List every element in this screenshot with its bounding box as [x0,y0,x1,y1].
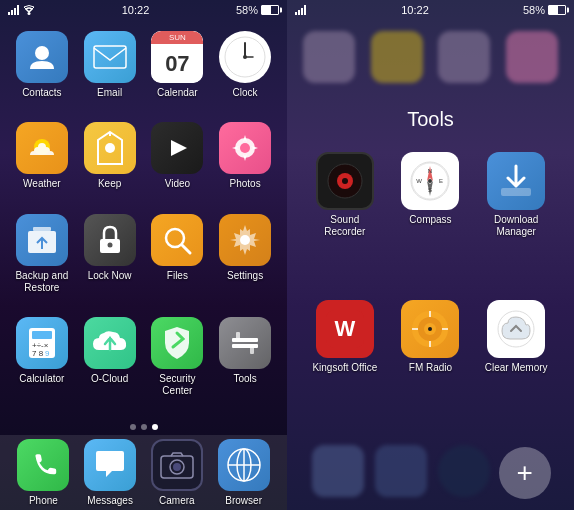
contacts-icon-img [16,31,68,83]
blurred-app-3 [431,25,499,93]
svg-rect-31 [232,338,258,342]
fm-radio-label: FM Radio [409,362,452,374]
dock-blurred-3 [436,439,492,507]
security-icon-img [151,317,203,369]
svg-point-53 [428,179,432,183]
dock-browser[interactable]: Browser [216,433,272,511]
messages-icon [84,439,136,491]
app-settings[interactable]: Settings [211,208,279,311]
svg-text:W: W [417,178,423,184]
blurred-app-2 [363,25,431,93]
left-home-screen: 10:22 58% Contacts Email SUN [0,0,287,510]
svg-rect-1 [11,10,13,15]
compass-icon-img: N S W E [401,152,459,210]
dock-phone[interactable]: Phone [15,433,71,511]
app-clear-memory[interactable]: Clear Memory [473,294,559,430]
svg-rect-34 [250,344,254,354]
dock-messages[interactable]: Messages [82,433,138,511]
app-clock[interactable]: Clock [211,25,279,116]
download-manager-label: Download Manager [494,214,538,238]
signal-icon [8,5,20,15]
svg-rect-42 [295,12,297,15]
plus-icon: + [516,457,532,489]
svg-rect-43 [298,10,300,15]
status-bar-right: 10:22 58% [287,0,574,20]
dot-1[interactable] [130,424,136,430]
dot-2[interactable] [141,424,147,430]
battery-icon-left [261,5,279,15]
time-left: 10:22 [122,4,150,16]
download-manager-icon [487,152,545,210]
svg-text:N: N [428,168,432,174]
locknow-label: Lock Now [88,270,132,282]
svg-point-64 [428,327,432,331]
email-label: Email [97,87,122,99]
photos-icon-img [219,122,271,174]
svg-point-12 [105,143,115,153]
svg-point-48 [342,178,348,184]
svg-rect-58 [501,188,531,196]
clock-icon-img [219,31,271,83]
app-email[interactable]: Email [76,25,144,116]
right-folder-screen: 10:22 58% Tools [287,0,574,510]
blurred-top-row [287,20,574,93]
calculator-icon-img: +÷-×7 89 [16,317,68,369]
ocloud-label: O-Cloud [91,373,128,385]
svg-rect-32 [232,344,258,348]
keep-icon-img [84,122,136,174]
svg-point-16 [240,143,250,153]
svg-rect-45 [304,5,306,15]
app-photos[interactable]: Photos [211,116,279,207]
weather-icon-img [16,122,68,174]
right-dock: + [287,435,574,510]
svg-rect-6 [94,46,126,68]
security-label: Security Center [159,373,195,397]
compass-label: Compass [409,214,451,226]
fm-radio-icon [401,300,459,358]
app-calculator[interactable]: +÷-×7 89 Calculator [8,311,76,414]
app-keep[interactable]: Keep [76,116,144,207]
dock-camera[interactable]: Camera [149,433,205,511]
svg-rect-44 [301,8,303,15]
phone-label: Phone [29,495,58,507]
svg-line-23 [182,245,190,253]
app-security[interactable]: Security Center [144,311,212,414]
app-calendar[interactable]: SUN 07 Calendar [144,25,212,116]
battery-icon-right [548,5,566,15]
app-contacts[interactable]: Contacts [8,25,76,116]
app-compass[interactable]: N S W E Compass [388,146,474,294]
video-icon-img [151,122,203,174]
phone-icon [17,439,69,491]
app-kingsoft-office[interactable]: W Kingsoft Office [302,294,388,430]
photos-label: Photos [230,178,261,190]
app-locknow[interactable]: Lock Now [76,208,144,311]
keep-label: Keep [98,178,121,190]
blurred-app-1 [295,25,363,93]
dot-3-active[interactable] [152,424,158,430]
app-download-manager[interactable]: Download Manager [473,146,559,294]
add-app-button[interactable]: + [499,447,551,499]
folder-title: Tools [287,93,574,141]
backup-icon-img [16,214,68,266]
battery-percent-right: 58% [523,4,545,16]
app-backup[interactable]: Backup and Restore [8,208,76,311]
blurred-dock-icon-3 [438,445,490,497]
app-sound-recorder[interactable]: Sound Recorder [302,146,388,294]
app-tools[interactable]: Tools [211,311,279,414]
clear-memory-icon [487,300,545,358]
app-fm-radio[interactable]: FM Radio [388,294,474,430]
app-grid-left: Contacts Email SUN 07 Calendar [0,20,287,419]
svg-point-10 [243,55,247,59]
svg-point-37 [173,463,181,471]
calendar-icon-img: SUN 07 [151,31,203,83]
status-signal [8,5,35,15]
signal-icon-right [295,5,307,15]
app-video[interactable]: Video [144,116,212,207]
app-weather[interactable]: Weather [8,116,76,207]
tools-grid: Sound Recorder N S W E Compass [287,141,574,435]
locknow-icon-img [84,214,136,266]
app-ocloud[interactable]: O-Cloud [76,311,144,414]
tools-label: Tools [233,373,256,385]
sound-recorder-label: Sound Recorder [324,214,365,238]
app-files[interactable]: Files [144,208,212,311]
